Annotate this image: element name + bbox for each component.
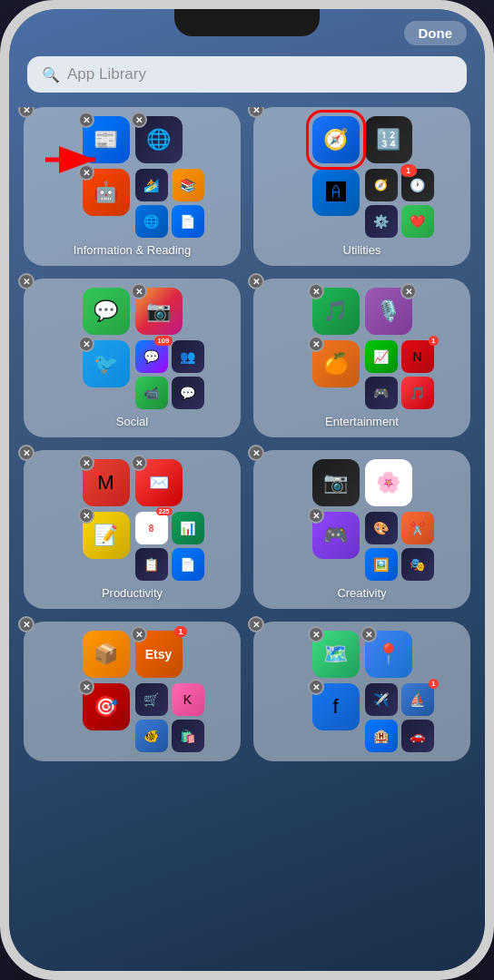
delete-x-twitch[interactable]: ✕ <box>308 507 324 524</box>
app-icon-messages[interactable]: 💬 <box>83 288 130 335</box>
shopping-mini-grid: 🛒 K 🐠 🛍️ <box>135 683 183 752</box>
mini-app-tr1[interactable]: ✈️ <box>365 683 398 716</box>
search-placeholder-text: App Library <box>67 65 146 83</box>
mini-app-cr1[interactable]: 🎨 <box>365 512 398 544</box>
camera-wrapper: 📷 <box>312 459 360 506</box>
mini-app-cr4[interactable]: 🎭 <box>401 548 434 581</box>
mini-app-robinhood[interactable]: 📈 <box>365 340 398 373</box>
social-bottom-row: 🐦 ✕ 💬 109 👥 📹 💬 <box>33 340 232 409</box>
delete-x-crunchyroll[interactable]: ✕ <box>308 336 324 352</box>
mini-app-tr4[interactable]: 🚗 <box>401 720 434 752</box>
mini-app-social4[interactable]: 💬 <box>172 377 204 409</box>
phone-screen: Done 🔍 App Library ✕ <box>9 9 485 971</box>
mini-app-pizap[interactable]: ✂️ <box>401 512 434 544</box>
folder-row-4: ✕ 📦 Etsy 1 ✕ 🎯 <box>24 622 470 761</box>
folder-label-social: Social <box>33 415 232 428</box>
app-icon-photos[interactable]: 🌸 <box>365 459 412 506</box>
creativity-bottom-row: 🎮 ✕ 🎨 ✂️ 🖼️ 🎭 <box>262 512 461 581</box>
crunchyroll-wrapper: 🍊 ✕ <box>312 340 360 409</box>
delete-x-podcasts[interactable]: ✕ <box>400 283 417 299</box>
app-icon-camera[interactable]: 📷 <box>312 459 360 506</box>
mini-app-tr3[interactable]: 🏨 <box>365 720 398 752</box>
mini-app-facetime[interactable]: 📹 <box>135 377 168 409</box>
productivity-mini-grid: 8 225 📊 📋 📄 <box>135 512 183 581</box>
mini-app-messenger[interactable]: 💬 109 <box>135 340 168 373</box>
mini-app-4[interactable]: 📄 <box>172 205 204 238</box>
mini-app-social2[interactable]: 👥 <box>172 340 204 373</box>
creativity-top-row: 📷 🌸 <box>262 459 461 506</box>
folder-social[interactable]: ✕ 💬 📷 ✕ 🐦 <box>24 279 241 437</box>
mini-app-sh1[interactable]: 🛒 <box>135 683 168 716</box>
delete-x-target[interactable]: ✕ <box>78 679 94 695</box>
app-icon-calculator[interactable]: 🔢 <box>365 116 412 163</box>
folder-row-3: ✕ M ✕ ✉️ ✕ 📝 <box>24 450 470 609</box>
search-bar[interactable]: 🔍 App Library <box>27 56 467 93</box>
delete-x-gmail[interactable]: ✕ <box>78 455 94 471</box>
target-wrapper: 🎯 ✕ <box>83 683 130 752</box>
mini-app-2[interactable]: 📚 <box>172 169 204 201</box>
podcasts-wrapper: 🎙️ ✕ <box>365 288 412 335</box>
delete-x-maps[interactable]: ✕ <box>308 626 324 642</box>
delete-x-productivity[interactable]: ✕ <box>18 445 35 461</box>
done-button[interactable]: Done <box>404 21 468 45</box>
mini-app-calendar[interactable]: 8 225 <box>135 512 168 544</box>
delete-x-notes[interactable]: ✕ <box>78 507 94 524</box>
entertainment-mini-grid: 📈 N 1 🎮 🎵 <box>365 340 412 409</box>
delete-x-social[interactable]: ✕ <box>18 273 35 289</box>
folder-label-productivity: Productivity <box>33 586 232 600</box>
folder-creativity[interactable]: ✕ 📷 🌸 🎮 ✕ <box>253 450 470 609</box>
instagram-wrapper: 📷 ✕ <box>135 288 183 335</box>
mini-app-sh3[interactable]: 🐠 <box>135 720 168 752</box>
mini-app-1[interactable]: 🏄 <box>135 169 168 201</box>
spotify-wrapper: 🎵 ✕ <box>312 288 360 335</box>
mini-app-sh4[interactable]: 🛍️ <box>172 720 204 752</box>
folder-row-1: ✕ <box>24 107 470 266</box>
delete-x-gmaps[interactable]: ✕ <box>361 626 377 642</box>
delete-x-twitter[interactable]: ✕ <box>78 336 94 352</box>
mini-app-ent3[interactable]: 🎮 <box>365 377 398 409</box>
mini-app-cr3[interactable]: 🖼️ <box>365 548 398 581</box>
delete-x-shopping[interactable]: ✕ <box>18 616 35 632</box>
appstore-wrapper: 🅰 <box>312 169 360 238</box>
mini-app-sailboat[interactable]: ⛵ 1 <box>401 683 434 716</box>
app-icon-amazon[interactable]: 📦 <box>83 631 130 678</box>
mini-app-sheets[interactable]: 📊 <box>172 512 204 544</box>
mini-app-prod3[interactable]: 📋 <box>135 548 168 581</box>
mini-app-settings[interactable]: ⚙️ <box>365 205 398 238</box>
mini-app-3[interactable]: 🌐 <box>135 205 168 238</box>
search-icon: 🔍 <box>42 66 60 83</box>
mini-app-health[interactable]: ❤️ <box>401 205 434 238</box>
delete-x-news[interactable]: ✕ <box>78 112 94 128</box>
mini-app-netflix[interactable]: N 1 <box>401 340 434 373</box>
delete-x-spotify[interactable]: ✕ <box>308 283 324 299</box>
mini-app-compass[interactable]: 🧭 <box>365 169 398 201</box>
notes-wrapper: 📝 ✕ <box>83 512 130 581</box>
delete-x-facebook[interactable]: ✕ <box>308 679 324 695</box>
shopping-bottom-row: 🎯 ✕ 🛒 K 🐠 🛍️ <box>33 683 232 752</box>
folder-shopping[interactable]: ✕ 📦 Etsy 1 ✕ 🎯 <box>24 622 241 761</box>
mini-app-klarna[interactable]: K <box>172 683 204 716</box>
utilities-bottom-row: 🅰 🧭 🕐 ⚙️ ❤️ 1 <box>262 169 461 238</box>
red-arrow <box>36 142 109 181</box>
delete-x-travel[interactable]: ✕ <box>248 616 264 632</box>
app-icon-appstore[interactable]: 🅰 <box>312 169 360 216</box>
folder-info-reading[interactable]: ✕ <box>24 107 241 266</box>
delete-x-etsy[interactable]: ✕ <box>131 626 147 642</box>
folder-travel[interactable]: ✕ 🗺️ ✕ 📍 ✕ f ✕ <box>253 622 470 761</box>
badge-sailboat: 1 <box>429 679 438 689</box>
travel-top-row: 🗺️ ✕ 📍 ✕ <box>262 631 461 678</box>
delete-x-entertainment[interactable]: ✕ <box>248 273 264 289</box>
folder-label-creativity: Creativity <box>262 586 461 600</box>
safari-wrapper: 🧭 <box>312 116 360 163</box>
folder-utilities[interactable]: ✕ 🧭 🔢 <box>253 107 470 266</box>
folder-productivity[interactable]: ✕ M ✕ ✉️ ✕ 📝 <box>24 450 241 609</box>
folder-entertainment[interactable]: ✕ 🎵 ✕ 🎙️ ✕ <box>253 279 470 437</box>
delete-x-dark[interactable]: ✕ <box>131 112 147 128</box>
info-mini-grid: 🏄 📚 🌐 📄 <box>135 169 183 238</box>
phone-frame: Done 🔍 App Library ✕ <box>0 0 494 980</box>
mini-app-prod4[interactable]: 📄 <box>172 548 204 581</box>
delete-x-instagram[interactable]: ✕ <box>131 283 147 299</box>
delete-x-creativity[interactable]: ✕ <box>248 445 264 461</box>
delete-x-mail[interactable]: ✕ <box>131 455 147 471</box>
mini-app-music[interactable]: 🎵 <box>401 377 434 409</box>
